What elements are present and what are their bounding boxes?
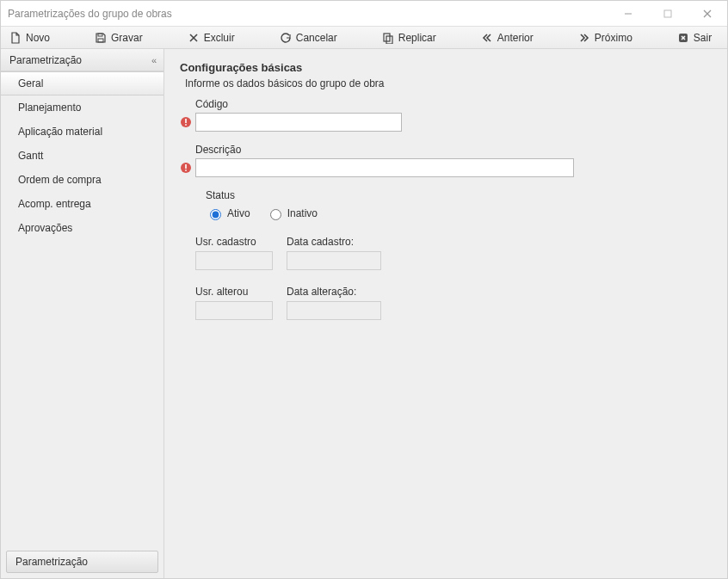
sidebar-footer-tab[interactable]: Parametrização — [6, 551, 158, 573]
novo-button[interactable]: Novo — [9, 32, 50, 44]
data-alteracao-label: Data alteração: — [287, 286, 381, 298]
sidebar-item-label: Aprovações — [18, 222, 72, 234]
anterior-button[interactable]: Anterior — [481, 32, 534, 44]
required-icon — [180, 162, 192, 174]
excluir-button[interactable]: Excluir — [188, 32, 235, 44]
sidebar-item-acomp-entrega[interactable]: Acomp. entrega — [1, 192, 163, 216]
exit-icon — [677, 32, 689, 44]
replicar-button[interactable]: Replicar — [382, 32, 436, 44]
sidebar-item-aprovacoes[interactable]: Aprovações — [1, 216, 163, 240]
novo-label: Novo — [26, 32, 50, 44]
sidebar-footer-label: Parametrização — [15, 556, 88, 568]
close-button[interactable] — [688, 1, 727, 27]
sidebar-item-aplicacao-material[interactable]: Aplicação material — [1, 120, 163, 144]
cancelar-label: Cancelar — [296, 32, 337, 44]
svg-rect-1 — [664, 10, 671, 17]
proximo-label: Próximo — [595, 32, 632, 44]
usr-cadastro-value — [195, 251, 273, 270]
collapse-icon[interactable]: « — [151, 55, 155, 65]
title-bar: Parametrizações do grupo de obras — [1, 1, 727, 27]
excluir-label: Excluir — [204, 32, 235, 44]
status-ativo-radio[interactable] — [210, 209, 221, 220]
svg-rect-17 — [185, 164, 187, 169]
previous-icon — [481, 32, 493, 44]
data-cadastro-label: Data cadastro: — [287, 236, 381, 248]
maximize-icon — [663, 9, 672, 18]
sidebar-list: Geral Planejamento Aplicação material Ga… — [1, 71, 163, 545]
form-heading: Configurações básicas — [180, 61, 712, 74]
sidebar-header-label: Parametrização — [9, 54, 82, 66]
svg-rect-4 — [98, 34, 102, 36]
codigo-input[interactable] — [195, 113, 402, 132]
window-title: Parametrizações do grupo de obras — [8, 8, 608, 20]
sair-label: Sair — [694, 32, 712, 44]
sidebar-item-label: Ordem de compra — [18, 174, 102, 186]
minimize-button[interactable] — [608, 1, 648, 27]
replicate-icon — [382, 32, 394, 44]
descricao-input[interactable] — [195, 158, 574, 177]
sidebar-item-label: Gantt — [18, 150, 43, 162]
content-panel: Configurações básicas Informe os dados b… — [164, 49, 727, 578]
minimize-icon — [624, 9, 632, 18]
usr-alterou-label: Usr. alterou — [195, 286, 273, 298]
sidebar-item-geral[interactable]: Geral — [1, 71, 163, 95]
svg-rect-14 — [185, 119, 187, 123]
sidebar-item-gantt[interactable]: Gantt — [1, 144, 163, 168]
cancel-icon — [280, 32, 292, 44]
data-cadastro-value — [287, 251, 381, 270]
usr-alterou-value — [195, 301, 273, 320]
form-subheading: Informe os dados básicos do grupo de obr… — [180, 77, 712, 89]
usr-cadastro-label: Usr. cadastro — [195, 236, 273, 248]
sidebar-header[interactable]: Parametrização « — [1, 49, 163, 71]
sair-button[interactable]: Sair — [677, 32, 712, 44]
sidebar-item-label: Acomp. entrega — [18, 198, 91, 210]
status-inativo-option[interactable]: Inativo — [266, 206, 318, 220]
sidebar-item-label: Geral — [18, 77, 43, 89]
close-icon — [703, 9, 712, 18]
sidebar-item-planejamento[interactable]: Planejamento — [1, 95, 163, 120]
svg-rect-15 — [185, 124, 187, 126]
new-file-icon — [9, 32, 22, 44]
descricao-label: Descrição — [180, 144, 712, 156]
cancelar-button[interactable]: Cancelar — [280, 32, 337, 44]
status-ativo-label: Ativo — [227, 207, 250, 219]
svg-rect-18 — [185, 169, 187, 171]
sidebar-item-ordem-compra[interactable]: Ordem de compra — [1, 168, 163, 192]
status-inativo-radio[interactable] — [270, 209, 281, 220]
status-inativo-label: Inativo — [287, 207, 318, 219]
maximize-button[interactable] — [648, 1, 688, 27]
toolbar: Novo Gravar Excluir Cancelar Replicar An… — [1, 27, 727, 49]
sidebar: Parametrização « Geral Planejamento Apli… — [1, 49, 164, 578]
proximo-button[interactable]: Próximo — [578, 32, 632, 44]
save-icon — [95, 32, 107, 44]
required-icon — [180, 116, 192, 128]
replicar-label: Replicar — [398, 32, 436, 44]
delete-icon — [188, 32, 200, 44]
sidebar-item-label: Aplicação material — [18, 126, 102, 138]
status-ativo-option[interactable]: Ativo — [206, 206, 250, 220]
sidebar-item-label: Planejamento — [18, 102, 81, 114]
next-icon — [578, 32, 590, 44]
gravar-button[interactable]: Gravar — [95, 32, 143, 44]
data-alteracao-value — [287, 301, 381, 320]
codigo-label: Código — [180, 98, 712, 110]
status-label: Status — [206, 189, 712, 201]
gravar-label: Gravar — [111, 32, 143, 44]
anterior-label: Anterior — [497, 32, 534, 44]
